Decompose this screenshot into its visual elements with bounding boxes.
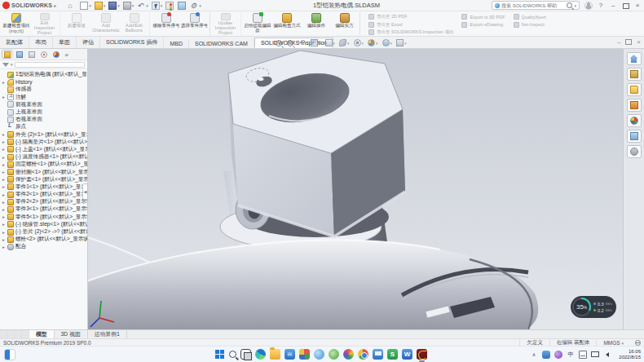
tab-scroll-button[interactable] xyxy=(22,330,29,338)
dropdown-caret-icon[interactable]: ▾ xyxy=(376,41,378,46)
taskbar-app-button[interactable] xyxy=(229,351,236,358)
dropdown-caret-icon[interactable]: ▾ xyxy=(104,3,106,8)
tree-item[interactable]: ▸ 零件2<1> (默认<<默认>_显示状 xyxy=(1,191,87,198)
ribbon-button[interactable]: 编辑操作 xyxy=(302,12,331,36)
dropdown-caret-icon[interactable]: ▾ xyxy=(404,41,407,46)
export-menu-item[interactable]: Export to 3D PDF xyxy=(461,14,505,20)
document-window-button[interactable]: – xyxy=(617,38,620,46)
panel-collapse-handle[interactable]: ◀ xyxy=(82,183,88,200)
taskbar-app-button[interactable] xyxy=(299,349,310,360)
logo-expand-icon[interactable]: ▸ xyxy=(54,2,56,8)
export-menu-item[interactable]: 导出至 SOLIDWORKS Inspection 项目 xyxy=(368,29,453,35)
taskbar-app-button[interactable] xyxy=(314,349,324,360)
heads-up-button[interactable]: ▾ xyxy=(382,39,393,46)
window-control-button[interactable] xyxy=(621,2,629,10)
tree-item[interactable]: ▸ History xyxy=(1,78,87,86)
command-tab[interactable]: MBD xyxy=(164,39,189,49)
document-tab[interactable]: 3D 视图 xyxy=(55,330,88,338)
ribbon-button[interactable]: Add/Edit Balloons xyxy=(121,12,150,36)
tree-item[interactable]: ▸ 零件1<1> (默认<<默认>_显示状 xyxy=(1,183,87,191)
tree-item[interactable]: ▸ (-) 绝缘管.step<1> (默认<<默认 xyxy=(1,221,87,228)
tab-scroll-button[interactable] xyxy=(7,330,15,338)
assembly-3d-model[interactable] xyxy=(88,49,623,329)
taskbar-app-button[interactable]: S xyxy=(387,349,398,360)
tree-item[interactable]: 右视基准面 xyxy=(1,116,87,123)
heads-up-button[interactable] xyxy=(298,39,307,46)
quick-access-button[interactable]: ▾ xyxy=(190,2,201,10)
tree-item[interactable]: ▸ 保护套<1> (默认<<默认>_显示状 xyxy=(1,176,87,183)
quick-access-button[interactable]: ▾ xyxy=(137,2,148,10)
tree-item[interactable]: ▸ 固定螺栓<1> (默认<<默认>_显示状 xyxy=(1,161,87,168)
tree-item[interactable]: ▸ 外壳 (2)<1> (默认<<默认>_显示状 xyxy=(1,131,87,139)
widgets-button[interactable] xyxy=(4,349,15,360)
export-menu-item[interactable]: 导出至 2D PDF xyxy=(368,14,453,20)
document-window-button[interactable]: × xyxy=(637,38,641,46)
quality-menu-item[interactable]: Net-Inspect xyxy=(514,22,546,28)
feature-manager-tab[interactable] xyxy=(38,50,49,59)
tree-item[interactable]: ▸ 螺栓<2> (默认<<默认>_显示状态 xyxy=(1,236,87,243)
dropdown-caret-icon[interactable]: ▾ xyxy=(161,3,163,8)
window-control-button[interactable] xyxy=(584,2,593,10)
tray-icon[interactable]: ∧ xyxy=(530,351,538,359)
taskbar-app-button[interactable] xyxy=(343,349,354,360)
dropdown-caret-icon[interactable]: ▾ xyxy=(89,3,91,8)
quick-access-button[interactable]: ▾ xyxy=(108,2,120,10)
tray-icon[interactable] xyxy=(542,351,550,359)
ribbon-button[interactable]: 编辑检查方式 xyxy=(272,12,302,36)
dropdown-caret-icon[interactable]: ▾ xyxy=(319,41,321,46)
tree-item[interactable]: ▸ (-) 温度传感器<1> (默认<<默认>_显 xyxy=(1,153,87,161)
ribbon-button[interactable]: 选择零件序号 xyxy=(181,12,210,36)
quick-access-button[interactable] xyxy=(178,2,187,10)
dropdown-caret-icon[interactable]: ▾ xyxy=(347,41,350,46)
command-tab[interactable]: 装配体 xyxy=(0,37,29,49)
taskbar-app-button[interactable] xyxy=(255,349,266,360)
tree-item[interactable]: ▸ (-) 上盖<1> (默认<<默认>_显示状 xyxy=(1,146,87,153)
quick-access-button[interactable] xyxy=(165,2,174,10)
filter-funnel-icon[interactable] xyxy=(2,63,9,67)
tab-scroll-button[interactable] xyxy=(15,330,22,338)
taskbar-app-button[interactable] xyxy=(417,349,427,360)
task-pane-button[interactable] xyxy=(627,83,642,96)
task-pane-button[interactable] xyxy=(627,68,642,81)
search-dropdown-icon[interactable]: ▾ xyxy=(574,3,576,8)
taskbar-app-button[interactable]: W xyxy=(402,349,412,360)
ribbon-button[interactable]: 新建模板 xyxy=(62,12,91,36)
tree-item[interactable]: 前视基准面 xyxy=(1,101,87,108)
taskbar-app-button[interactable]: ✉ xyxy=(285,349,295,360)
heads-up-button[interactable]: ▾ xyxy=(339,39,350,46)
task-pane-button[interactable] xyxy=(627,114,642,127)
tree-item[interactable]: ▸ (-) 垫片 (2)<2> ->? (默认<<默认 xyxy=(1,228,87,236)
command-tab[interactable]: SOLIDWORKS CAM xyxy=(189,39,254,49)
tree-item[interactable]: ▸ (-) 隔离垫片<1> (默认<<默认>_显 xyxy=(1,139,87,146)
tree-item[interactable]: ▸ 零件5<1> (默认<<默认>_显示状 xyxy=(1,214,87,221)
help-search-box[interactable]: ▾ xyxy=(492,1,580,10)
quick-access-button[interactable]: ▾ xyxy=(80,2,91,10)
dropdown-caret-icon[interactable]: ▾ xyxy=(117,3,120,8)
tree-item[interactable]: 原点 xyxy=(1,123,87,130)
units-selector[interactable]: MMGS ▾ xyxy=(596,340,630,346)
heads-up-button[interactable]: ▾ xyxy=(368,39,378,46)
ribbon-button[interactable]: 新建检查项目 (imp;问) xyxy=(2,12,31,36)
feature-manager-tab[interactable] xyxy=(51,50,61,59)
tray-icon[interactable]: 中 xyxy=(567,351,575,359)
tree-filter-input[interactable] xyxy=(15,62,85,68)
feature-manager-tab[interactable] xyxy=(14,50,24,59)
task-pane-button[interactable] xyxy=(627,145,642,158)
dropdown-caret-icon[interactable]: ▾ xyxy=(333,41,336,46)
tree-item[interactable]: ▸ 配合 xyxy=(1,243,87,250)
heads-up-button[interactable]: ▾ xyxy=(354,39,364,46)
ribbon-button[interactable]: 移除零件序号 xyxy=(152,12,181,36)
feature-manager-tab[interactable] xyxy=(26,50,37,59)
taskbar-app-button[interactable] xyxy=(358,349,368,360)
document-tab[interactable]: 运动算例1 xyxy=(88,330,127,338)
export-menu-item[interactable]: 导出至 Excel xyxy=(368,22,453,28)
document-tab[interactable]: 模型 xyxy=(29,330,55,338)
dropdown-caret-icon[interactable]: ▾ xyxy=(390,41,393,46)
quality-menu-item[interactable]: QualityXpert xyxy=(514,14,546,20)
feature-manager-tab[interactable] xyxy=(2,50,12,59)
tree-item[interactable]: ▸ 零件3<1> (默认<<默认>_显示状 xyxy=(1,205,87,213)
quick-access-button[interactable] xyxy=(68,2,77,10)
taskbar-app-button[interactable] xyxy=(329,349,339,360)
document-window-button[interactable] xyxy=(625,39,632,45)
tray-icon[interactable] xyxy=(554,351,562,359)
